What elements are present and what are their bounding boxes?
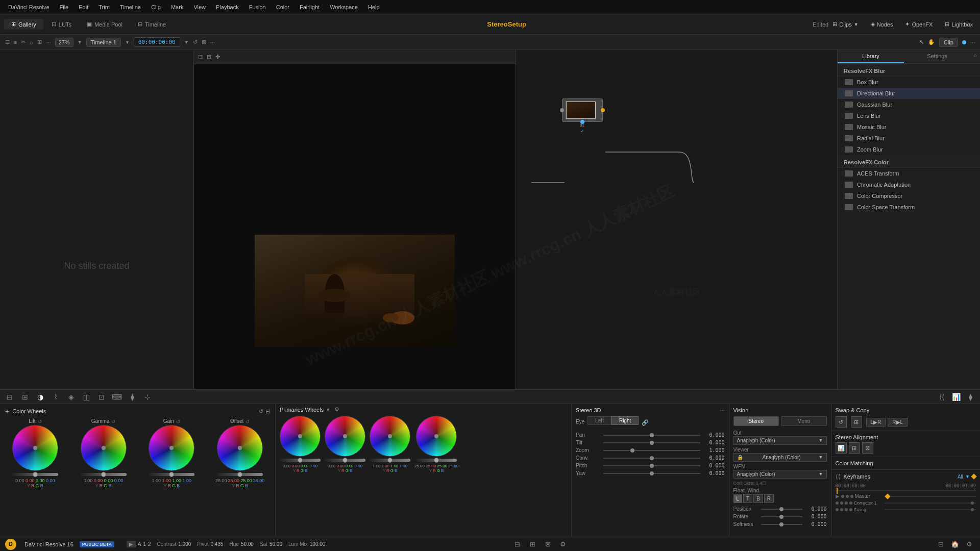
prim-gain-slider[interactable] [370, 459, 410, 462]
menu-fairlight[interactable]: Fairlight [296, 3, 324, 11]
tab-media-pool[interactable]: ▣ Media Pool [80, 19, 130, 30]
add-wheel-btn[interactable]: + [5, 407, 9, 415]
lift-reset-btn[interactable]: ↺ [38, 419, 42, 424]
search-icon[interactable]: ⌕ [30, 39, 33, 45]
library-item-lens-blur[interactable]: Lens Blur [838, 110, 980, 121]
cw-reset-icon[interactable]: ↺ [259, 408, 263, 415]
settings-tab[interactable]: Settings [904, 50, 970, 63]
kf-all-dropdown[interactable]: ▼ [965, 474, 970, 479]
swap-copy-btn2[interactable]: ⊞ [851, 416, 862, 428]
pan-slider[interactable] [603, 435, 700, 436]
zoom-slider[interactable] [603, 450, 700, 451]
bottom-tab-3d[interactable]: ⧫ [127, 391, 138, 403]
wfm-dropdown[interactable]: Anaglyph (Color) ▼ [733, 470, 827, 479]
library-search[interactable]: ⌕ [970, 50, 980, 63]
out-dropdown[interactable]: Anaglyph (Color) ▼ [733, 436, 827, 445]
yaw-slider[interactable] [603, 473, 700, 474]
menu-clip[interactable]: Clip [147, 3, 165, 11]
rotate-slider[interactable] [761, 516, 802, 517]
tab-timeline[interactable]: ⊟ Timeline [131, 19, 173, 30]
bc-icon-1[interactable]: ⊟ [511, 539, 523, 550]
tab-gallery[interactable]: ⊞ Gallery [4, 19, 43, 30]
menu-edit[interactable]: Edit [75, 3, 92, 11]
library-item-aces[interactable]: ACES Transform [838, 168, 980, 179]
offset-slider[interactable] [217, 473, 263, 476]
graph-icon[interactable]: 📊 [950, 391, 962, 403]
bottom-tab-qualif[interactable]: ◈ [65, 391, 77, 403]
node-input-connector[interactable] [560, 108, 564, 112]
openfx-tab[interactable]: ✦ OpenFX [902, 20, 936, 29]
prim-gamma-wheel[interactable] [325, 416, 365, 457]
mono-btn[interactable]: Mono [781, 416, 827, 426]
menu-color[interactable]: Color [272, 3, 293, 11]
bottom-tab-curves[interactable]: ⌇ [50, 391, 61, 403]
gamma-reset-btn[interactable]: ↺ [111, 419, 115, 424]
gamma-wheel[interactable] [81, 425, 127, 471]
bottom-tab-blur[interactable]: ⊡ [96, 391, 107, 403]
fw-b-btn[interactable]: B [753, 494, 763, 503]
lr-btn[interactable]: L▶R [866, 418, 886, 427]
lift-slider[interactable] [12, 473, 58, 476]
menu-fusion[interactable]: Fusion [245, 3, 270, 11]
grid-view-btn[interactable]: ⊞ [207, 54, 211, 60]
position-slider[interactable] [761, 509, 802, 510]
library-item-chromatic[interactable]: Chromatic Adaptation [838, 179, 980, 190]
bottom-tab-color[interactable]: ◑ [35, 391, 46, 403]
kf-all-btn[interactable]: All [958, 474, 963, 480]
bottom-tab-power[interactable]: ◫ [81, 391, 92, 403]
bc-icon-2[interactable]: ⊞ [527, 539, 538, 550]
prim-offset-wheel[interactable] [416, 416, 457, 457]
prim-offset-slider[interactable] [416, 459, 457, 462]
menu-timeline[interactable]: Timeline [116, 3, 145, 11]
library-item-mosaic-blur[interactable]: Mosaic Blur [838, 121, 980, 133]
menu-playback[interactable]: Playback [212, 3, 243, 11]
br-icon-3[interactable]: ⚙ [964, 539, 975, 550]
prim-lift-slider[interactable] [280, 459, 321, 462]
kf-master-expand[interactable]: ▶ [836, 493, 840, 499]
library-item-radial-blur[interactable]: Radial Blur [838, 133, 980, 144]
menu-view[interactable]: View [189, 3, 210, 11]
nodes-tab[interactable]: ◈ Nodes [868, 20, 896, 29]
library-tab[interactable]: Library [838, 50, 904, 63]
stereo-btn[interactable]: Stereo [733, 416, 779, 426]
kf-expand-icon[interactable]: ⟨⟨ [836, 473, 841, 480]
softness-slider[interactable] [761, 524, 802, 525]
offset-wheel[interactable] [217, 425, 263, 471]
gain-reset-btn[interactable]: ↺ [176, 419, 180, 424]
zoom-display[interactable]: 27% [55, 38, 74, 47]
swap-copy-btn1[interactable]: ↺ [836, 416, 847, 428]
lift-wheel[interactable] [12, 425, 58, 471]
more-options[interactable]: ··· [210, 39, 215, 45]
library-item-color-compressor[interactable]: Color Compressor [838, 190, 980, 202]
pointer-tool[interactable]: ↖ [919, 39, 924, 45]
bc-icon-4[interactable]: ⚙ [557, 539, 569, 550]
offset-reset-btn[interactable]: ↺ [246, 419, 250, 424]
br-icon-1[interactable]: ⊟ [935, 539, 946, 550]
left-eye-btn[interactable]: Left [587, 416, 611, 425]
current-timecode[interactable]: 00:00:00:00 [134, 37, 180, 47]
library-item-gaussian-blur[interactable]: Gaussian Blur [838, 99, 980, 110]
timecode-dropdown[interactable]: ▼ [184, 40, 189, 45]
transform-btn[interactable]: ✤ [215, 54, 220, 60]
gain-wheel[interactable] [149, 425, 194, 471]
fw-r-btn[interactable]: R [764, 494, 774, 503]
library-item-box-blur[interactable]: Box Blur [838, 77, 980, 88]
node-box[interactable]: 01 ✓ [562, 98, 603, 134]
rl-btn[interactable]: R▶L [888, 418, 908, 427]
bc-icon-3[interactable]: ⊠ [542, 539, 553, 550]
prim-gamma-slider[interactable] [325, 459, 365, 462]
library-item-directional-blur[interactable]: Directional Blur [838, 88, 980, 99]
sa-btn3[interactable]: ⊠ [862, 442, 873, 454]
zoom-dropdown-icon[interactable]: ▼ [78, 40, 82, 45]
right-eye-btn[interactable]: Right [611, 416, 639, 425]
menu-davinci[interactable]: DaVinci Resolve [4, 3, 54, 11]
fw-l-btn[interactable]: L [733, 494, 743, 503]
hand-tool[interactable]: ✋ [928, 39, 935, 45]
prim-lift-wheel[interactable] [280, 416, 321, 457]
tab-luts[interactable]: ⊡ LUTs [44, 19, 79, 30]
conv-slider[interactable] [603, 458, 700, 459]
collapse-icon[interactable]: ⟨⟨ [936, 391, 947, 403]
library-item-color-space[interactable]: Color Space Transform [838, 202, 980, 213]
sa-btn1[interactable]: 📊 [836, 442, 847, 454]
viewer-dropdown[interactable]: 🔒 Anaglyph (Color) ▼ [733, 453, 827, 462]
